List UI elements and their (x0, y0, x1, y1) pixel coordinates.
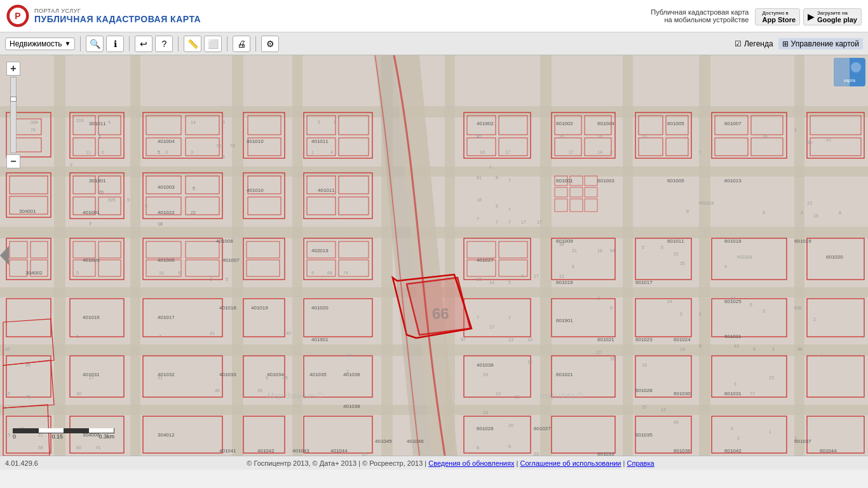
svg-text:601013: 601013 (724, 178, 742, 184)
svg-text:46: 46 (215, 388, 220, 393)
svg-text:9: 9 (724, 264, 727, 269)
zoom-in-button[interactable]: + (6, 62, 20, 76)
svg-text:24: 24 (667, 299, 672, 304)
svg-text:925: 925 (108, 198, 116, 202)
zoom-handle[interactable] (10, 97, 17, 102)
svg-text:5: 5 (226, 277, 228, 281)
svg-text:401010: 401010 (247, 139, 264, 144)
svg-text:401034: 401034 (267, 372, 284, 377)
svg-text:9: 9 (70, 163, 72, 167)
zoom-out-button[interactable]: − (6, 154, 20, 168)
zoom-scale (10, 77, 17, 153)
svg-text:31: 31 (158, 376, 163, 380)
svg-point-418 (851, 62, 861, 72)
svg-text:17: 17 (489, 325, 494, 329)
svg-text:203: 203 (76, 118, 84, 123)
svg-text:5: 5 (334, 120, 336, 125)
svg-text:5: 5 (642, 245, 644, 250)
mobile-promo-text: Публичная кадастровая карта на мобильном… (651, 8, 749, 24)
svg-text:401020: 401020 (311, 305, 329, 311)
app-store-info: Доступно в App Store (762, 10, 796, 24)
svg-text:1: 1 (489, 165, 492, 169)
svg-rect-19 (794, 55, 804, 456)
svg-text:45: 45 (5, 433, 10, 437)
svg-text:45: 45 (283, 376, 288, 380)
svg-text:18: 18 (515, 395, 520, 399)
svg-text:12: 12 (559, 274, 564, 278)
get-on-label: Загрузите на (817, 10, 857, 16)
svg-text:5: 5 (508, 280, 511, 285)
portal-label: Портал услуг (34, 8, 201, 14)
scale-segment-1 (13, 428, 39, 433)
svg-text:9: 9 (222, 120, 225, 125)
svg-text:41: 41 (210, 331, 215, 336)
svg-text:5: 5 (311, 271, 314, 275)
svg-text:35: 35 (680, 261, 685, 266)
svg-text:5: 5 (318, 120, 320, 125)
svg-text:36: 36 (559, 242, 564, 247)
svg-text:45: 45 (5, 391, 10, 396)
svg-text:3: 3 (734, 382, 736, 386)
google-play-badge[interactable]: ▶ Загрузите на Google play (803, 8, 862, 25)
svg-text:401010: 401010 (247, 187, 264, 193)
map-container[interactable]: 301011 1 301901 70 304001 304002 401001 … (0, 55, 868, 456)
svg-text:401005: 401005 (83, 257, 100, 263)
svg-text:601036: 601036 (674, 448, 691, 454)
toolbar-separator-3 (178, 36, 179, 51)
svg-rect-5 (0, 166, 868, 177)
svg-text:14: 14 (597, 150, 602, 154)
toolbar-right: ☑ Легенда ⊞ Управление картой (735, 38, 863, 50)
print-tool-button[interactable]: 🖨 (233, 36, 250, 52)
svg-text:3: 3 (801, 210, 803, 215)
question-tool-button[interactable]: ? (155, 36, 173, 52)
zoom-controls: + − (6, 62, 20, 168)
info-tool-button[interactable]: ℹ (106, 36, 124, 52)
measure-tool-button[interactable]: 📏 (184, 36, 201, 52)
scale-label-2: 0.3km (98, 433, 114, 440)
toolbar-separator-2 (129, 36, 130, 51)
svg-text:8: 8 (610, 150, 613, 154)
scale-labels: 0 0.15 0.3km (13, 433, 114, 440)
toolbar-separator-5 (255, 36, 256, 51)
svg-text:401045: 401045 (375, 438, 392, 444)
svg-text:18: 18 (158, 222, 163, 226)
svg-text:601031: 601031 (724, 334, 742, 339)
map-type-toggle[interactable]: карта (834, 58, 865, 86)
svg-text:401041: 401041 (219, 448, 236, 454)
dropdown-arrow-icon: ▼ (65, 40, 71, 47)
footer-link-agreement[interactable]: Соглашение об использовании (520, 459, 621, 467)
map-control-button[interactable]: ⊞ Управление картой (778, 38, 863, 50)
svg-text:601018: 601018 (724, 238, 742, 244)
svg-text:401022: 401022 (158, 210, 175, 215)
legend-button[interactable]: ☑ Легенда (735, 39, 773, 48)
svg-text:6: 6 (508, 444, 511, 449)
svg-text:30: 30 (76, 391, 81, 396)
svg-text:401035: 401035 (309, 372, 327, 377)
svg-text:401044: 401044 (330, 448, 348, 454)
svg-text:58: 58 (38, 445, 43, 450)
footer-link-help[interactable]: Справка (627, 459, 654, 467)
svg-text:009: 009 (31, 120, 38, 125)
select-tool-button[interactable]: ⬜ (204, 36, 222, 52)
svg-text:map data ©: map data © (540, 391, 583, 400)
svg-text:12: 12 (661, 407, 666, 412)
svg-text:7: 7 (508, 207, 511, 212)
app-store-badge[interactable]: Доступно в App Store (755, 8, 800, 25)
svg-text:304002: 304002 (25, 270, 43, 276)
svg-text:1: 1 (311, 150, 314, 154)
svg-text:Р: Р (15, 11, 20, 21)
search-tool-button[interactable]: 🔍 (86, 36, 104, 52)
svg-text:401038: 401038 (477, 362, 494, 368)
logo-emblem: Р (6, 4, 29, 27)
svg-text:60: 60 (76, 445, 81, 450)
rotate-tool-button[interactable]: ↩ (135, 36, 153, 52)
svg-text:14: 14 (731, 296, 736, 301)
settings-tool-button[interactable]: ⚙ (261, 36, 279, 52)
svg-text:4: 4 (820, 353, 822, 358)
property-dropdown[interactable]: Недвижимость ▼ (5, 37, 75, 50)
svg-text:5: 5 (193, 186, 195, 191)
footer-link-updates[interactable]: Сведения об обновлениях (428, 459, 514, 467)
svg-text:601005: 601005 (667, 178, 684, 184)
svg-text:401011: 401011 (318, 187, 335, 193)
svg-text:601017: 601017 (635, 280, 653, 285)
